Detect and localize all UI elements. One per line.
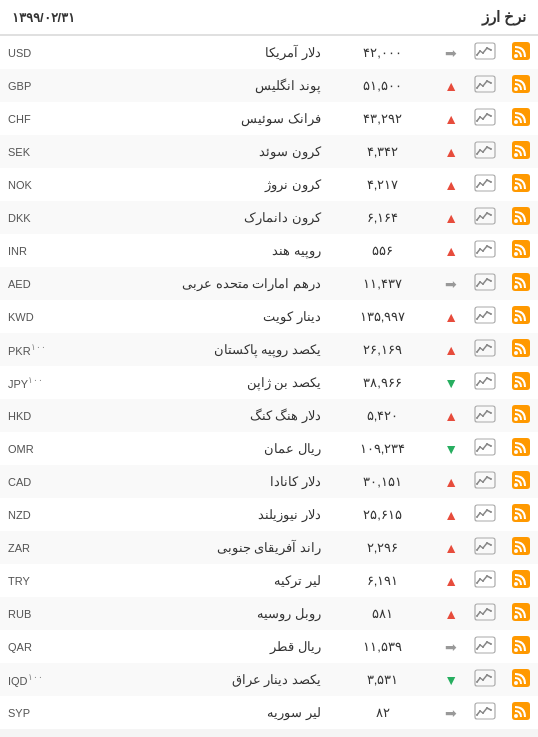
chart-cell[interactable]	[466, 696, 504, 729]
chart-cell[interactable]	[466, 432, 504, 465]
currency-name: لیر سوریه	[60, 696, 329, 729]
svg-point-157	[482, 679, 484, 681]
rss-cell[interactable]	[504, 597, 538, 630]
rss-icon[interactable]	[512, 141, 530, 159]
rss-cell[interactable]	[504, 201, 538, 234]
rss-cell[interactable]	[504, 663, 538, 696]
chart-icon[interactable]	[474, 537, 496, 555]
svg-point-79	[490, 346, 492, 348]
chart-icon[interactable]	[474, 273, 496, 291]
rss-cell[interactable]	[504, 630, 538, 663]
rss-icon[interactable]	[512, 75, 530, 93]
trend-arrow: ▲	[436, 69, 466, 102]
chart-cell[interactable]	[466, 630, 504, 663]
rss-cell[interactable]	[504, 333, 538, 366]
rss-icon[interactable]	[512, 504, 530, 522]
rss-cell[interactable]	[504, 696, 538, 729]
rss-cell[interactable]	[504, 498, 538, 531]
rss-icon[interactable]	[512, 108, 530, 126]
chart-icon[interactable]	[474, 636, 496, 654]
rss-icon[interactable]	[512, 42, 530, 60]
currency-value: ۵۸۱	[329, 597, 436, 630]
svg-point-19	[476, 120, 478, 122]
rss-icon[interactable]	[512, 339, 530, 357]
currency-table: ➡۴۲,۰۰۰دلار آمریکاUSD ▲۵۱,۵۰۰پوند انگلیس…	[0, 36, 538, 729]
rss-cell[interactable]	[504, 465, 538, 498]
chart-cell[interactable]	[466, 102, 504, 135]
rss-cell[interactable]	[504, 135, 538, 168]
rss-icon[interactable]	[512, 174, 530, 192]
currency-code: JPY۱۰۰	[0, 366, 60, 399]
chart-cell[interactable]	[466, 333, 504, 366]
table-row: ➡۴۲,۰۰۰دلار آمریکاUSD	[0, 36, 538, 69]
rss-icon[interactable]	[512, 702, 530, 720]
chart-cell[interactable]	[466, 69, 504, 102]
chart-icon[interactable]	[474, 240, 496, 258]
svg-point-69	[482, 316, 484, 318]
rss-icon[interactable]	[512, 372, 530, 390]
rss-cell[interactable]	[504, 69, 538, 102]
chart-icon[interactable]	[474, 570, 496, 588]
rss-cell[interactable]	[504, 102, 538, 135]
chart-icon[interactable]	[474, 339, 496, 357]
rss-cell[interactable]	[504, 531, 538, 564]
chart-cell[interactable]	[466, 234, 504, 267]
rss-cell[interactable]	[504, 234, 538, 267]
chart-cell[interactable]	[466, 201, 504, 234]
chart-icon[interactable]	[474, 42, 496, 60]
rss-cell[interactable]	[504, 168, 538, 201]
chart-icon[interactable]	[474, 108, 496, 126]
chart-cell[interactable]	[466, 168, 504, 201]
chart-icon[interactable]	[474, 75, 496, 93]
rss-cell[interactable]	[504, 36, 538, 69]
chart-cell[interactable]	[466, 36, 504, 69]
rss-icon[interactable]	[512, 405, 530, 423]
svg-point-47	[490, 214, 492, 216]
chart-icon[interactable]	[474, 702, 496, 720]
chart-cell[interactable]	[466, 564, 504, 597]
rss-cell[interactable]	[504, 564, 538, 597]
rss-cell[interactable]	[504, 300, 538, 333]
rss-cell[interactable]	[504, 267, 538, 300]
rss-cell[interactable]	[504, 399, 538, 432]
rss-icon[interactable]	[512, 207, 530, 225]
rss-icon[interactable]	[512, 669, 530, 687]
chart-cell[interactable]	[466, 498, 504, 531]
chart-cell[interactable]	[466, 597, 504, 630]
rss-icon[interactable]	[512, 636, 530, 654]
rss-cell[interactable]	[504, 366, 538, 399]
chart-cell[interactable]	[466, 399, 504, 432]
chart-icon[interactable]	[474, 174, 496, 192]
chart-icon[interactable]	[474, 141, 496, 159]
rss-icon[interactable]	[512, 537, 530, 555]
chart-cell[interactable]	[466, 267, 504, 300]
svg-point-123	[476, 549, 478, 551]
chart-icon[interactable]	[474, 405, 496, 423]
rss-icon[interactable]	[512, 306, 530, 324]
svg-point-1	[514, 54, 518, 58]
rss-icon[interactable]	[512, 273, 530, 291]
svg-point-149	[482, 646, 484, 648]
chart-cell[interactable]	[466, 531, 504, 564]
rss-icon[interactable]	[512, 603, 530, 621]
rss-icon[interactable]	[512, 438, 530, 456]
svg-point-65	[514, 318, 518, 322]
rss-icon[interactable]	[512, 570, 530, 588]
chart-cell[interactable]	[466, 135, 504, 168]
chart-icon[interactable]	[474, 504, 496, 522]
chart-icon[interactable]	[474, 438, 496, 456]
chart-icon[interactable]	[474, 669, 496, 687]
chart-icon[interactable]	[474, 207, 496, 225]
chart-icon[interactable]	[474, 372, 496, 390]
chart-cell[interactable]	[466, 300, 504, 333]
currency-value: ۴۳,۲۹۲	[329, 102, 436, 135]
chart-icon[interactable]	[474, 603, 496, 621]
rss-cell[interactable]	[504, 432, 538, 465]
rss-icon[interactable]	[512, 471, 530, 489]
chart-icon[interactable]	[474, 306, 496, 324]
chart-icon[interactable]	[474, 471, 496, 489]
chart-cell[interactable]	[466, 366, 504, 399]
rss-icon[interactable]	[512, 240, 530, 258]
chart-cell[interactable]	[466, 663, 504, 696]
chart-cell[interactable]	[466, 465, 504, 498]
